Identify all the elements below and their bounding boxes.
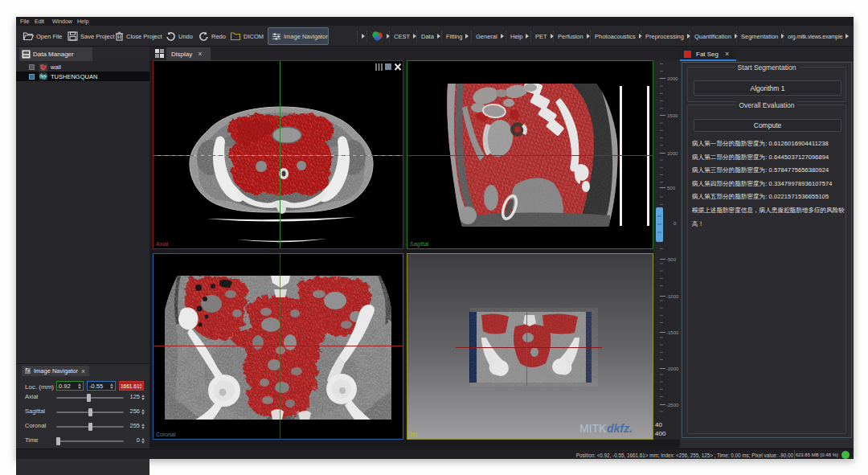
svg-text:-2000: -2000: [666, 366, 679, 371]
svg-text:dkfz.: dkfz.: [607, 422, 633, 435]
svg-text:-1500: -1500: [666, 330, 679, 335]
svg-text:-2500: -2500: [666, 403, 679, 407]
svg-text:0: 0: [674, 221, 677, 226]
svg-text:-500: -500: [666, 257, 677, 262]
svg-text:1500: 1500: [667, 113, 678, 118]
svg-text:2000: 2000: [667, 76, 678, 81]
svg-text:-1000: -1000: [666, 294, 679, 299]
svg-text:MITK: MITK: [579, 422, 607, 435]
svg-text:1000: 1000: [667, 151, 678, 156]
svg-text:500: 500: [667, 186, 676, 190]
